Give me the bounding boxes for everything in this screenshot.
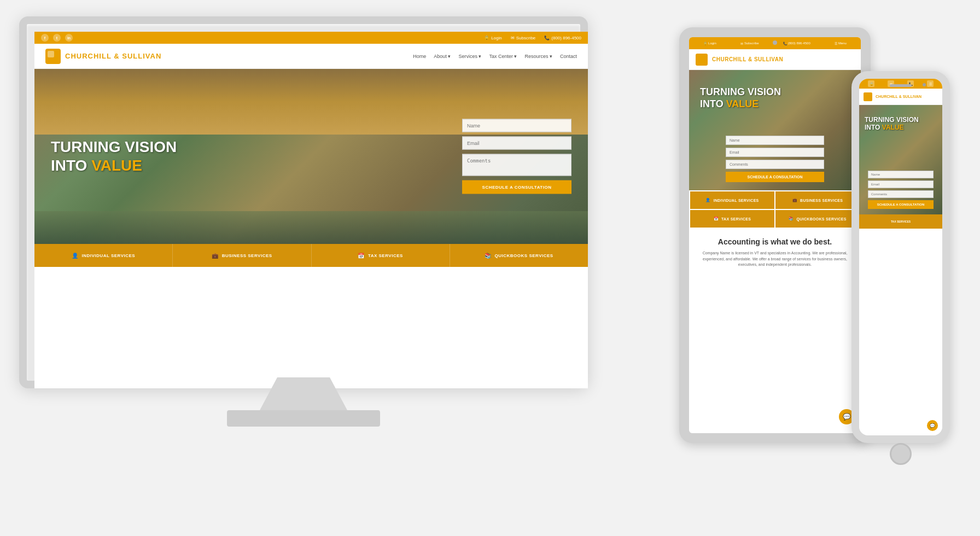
phone-hero-form: SCHEDULE A CONSULTATION	[868, 171, 934, 209]
tablet-service-individual[interactable]: 👤 INDIVIDUAL SERVICES	[690, 191, 774, 209]
phone-hero-tagline: TURNING VISION INTO VALUE	[865, 116, 919, 132]
monitor-base	[227, 410, 380, 427]
phone-name-input[interactable]	[868, 171, 934, 178]
nav-tax-center[interactable]: Tax Center ▾	[489, 54, 517, 59]
name-input[interactable]	[462, 119, 571, 132]
facebook-icon[interactable]: f	[41, 34, 49, 42]
site-topbar: f t in 🔒 Login ✉ Subscribe 📞 (800) 896-4…	[34, 32, 588, 44]
tablet-tax-icon: 📅	[714, 217, 719, 221]
linkedin-icon[interactable]: in	[65, 34, 73, 42]
social-links: f t in	[41, 34, 73, 42]
service-quickbooks[interactable]: 📚 QUICKBOOKS SERVICES	[450, 244, 588, 267]
phone-schedule-button[interactable]: SCHEDULE A CONSULTATION	[868, 200, 934, 209]
phone-menu-icon[interactable]: ☰	[927, 80, 934, 87]
nav-contact[interactable]: Contact	[560, 54, 577, 59]
tablet-service-tax[interactable]: 📅 TAX SERVICES	[690, 210, 774, 228]
service-tax[interactable]: 📅 TAX SERVICES	[312, 244, 450, 267]
tablet-nav: CHURCHILL & SULLIVAN	[689, 49, 861, 70]
tablet: 🔒 Login ✉ Subscribe 📞 (800) 896-4500 ☰ M…	[679, 27, 871, 443]
schedule-button[interactable]: SCHEDULE A CONSULTATION	[462, 180, 571, 194]
monitor-frame: f t in 🔒 Login ✉ Subscribe 📞 (800) 896-4…	[19, 16, 588, 388]
nav-services[interactable]: Services ▾	[458, 54, 481, 59]
business-icon: 💼	[212, 253, 219, 259]
tablet-menu[interactable]: ☰ Menu	[835, 42, 847, 45]
phone-hero: TURNING VISION INTO VALUE SCHEDULE A CON…	[859, 105, 942, 214]
tablet-hero-form: SCHEDULE A CONSULTATION	[726, 136, 824, 182]
tablet-comments-input[interactable]	[726, 160, 824, 169]
tablet-email-input[interactable]	[726, 148, 824, 157]
hero-form: SCHEDULE A CONSULTATION	[462, 119, 571, 194]
quickbooks-icon: 📚	[485, 253, 492, 259]
logo-icon	[45, 49, 61, 64]
phone-logo-icon	[864, 92, 872, 101]
monitor: f t in 🔒 Login ✉ Subscribe 📞 (800) 896-4…	[19, 16, 588, 443]
tablet-about-heading: Accounting is what we do best.	[696, 237, 854, 246]
logo-text: CHURCHILL & SULLIVAN	[65, 52, 161, 60]
site-logo: CHURCHILL & SULLIVAN	[45, 49, 161, 64]
phone-link[interactable]: 📞 (800) 896-4500	[544, 36, 581, 40]
phone-logo-text: CHURCHILL & SULLIVAN	[876, 95, 921, 98]
tablet-about-body: Company Name is licensed in VT and speci…	[696, 250, 854, 268]
email-input[interactable]	[462, 137, 571, 150]
phone-hero-content: TURNING VISION INTO VALUE	[865, 116, 919, 132]
site-menu: Home About ▾ Services ▾ Tax Center ▾ Res…	[413, 54, 577, 59]
individual-icon: 👤	[72, 253, 79, 259]
monitor-screen: f t in 🔒 Login ✉ Subscribe 📞 (800) 896-4…	[34, 32, 588, 388]
tablet-screen: 🔒 Login ✉ Subscribe 📞 (800) 896-4500 ☰ M…	[689, 37, 861, 433]
tablet-service-business[interactable]: 💼 BUSINESS SERVICES	[775, 191, 860, 209]
service-individual[interactable]: 👤 INDIVIDUAL SERVICES	[34, 244, 173, 267]
hero-tagline: TURNING VISION INTO VALUE	[51, 138, 177, 174]
phone-login-icon[interactable]: 🔒	[868, 80, 874, 87]
phone-comments-input[interactable]	[868, 190, 934, 198]
tablet-logo-text: CHURCHILL & SULLIVAN	[712, 56, 783, 62]
tablet-hero: TURNING VISION INTO VALUE SCHEDULE A CON…	[689, 70, 861, 190]
services-bar: 👤 INDIVIDUAL SERVICES 💼 BUSINESS SERVICE…	[34, 244, 588, 267]
tablet-individual-icon: 👤	[705, 198, 710, 202]
tablet-frame: 🔒 Login ✉ Subscribe 📞 (800) 896-4500 ☰ M…	[679, 27, 871, 443]
tablet-camera	[773, 40, 777, 45]
phone-service-label: TAX SERVICES	[891, 220, 911, 223]
nav-home[interactable]: Home	[413, 54, 426, 59]
tablet-subscribe[interactable]: ✉ Subscribe	[740, 42, 759, 45]
tablet-quickbooks-icon: 📚	[789, 217, 794, 221]
site-nav: CHURCHILL & SULLIVAN Home About ▾ Servic…	[34, 44, 588, 69]
twitter-icon[interactable]: t	[53, 34, 61, 42]
phone-camera	[923, 83, 926, 86]
tablet-hero-tagline: TURNING VISION INTO VALUE	[700, 86, 781, 110]
phone-services-bar: TAX SERVICES	[859, 214, 942, 229]
service-business[interactable]: 💼 BUSINESS SERVICES	[173, 244, 311, 267]
tax-icon: 📅	[358, 253, 365, 259]
hero-water	[34, 211, 588, 244]
tablet-services: 👤 INDIVIDUAL SERVICES 💼 BUSINESS SERVICE…	[689, 190, 861, 229]
phone-topbar: 🔒 ✉ 📞 ☰	[859, 79, 942, 89]
tablet-service-quickbooks[interactable]: 📚 QUICKBOOKS SERVICES	[775, 210, 860, 228]
phone-email-input[interactable]	[868, 180, 934, 188]
scene: f t in 🔒 Login ✉ Subscribe 📞 (800) 896-4…	[0, 0, 980, 536]
tablet-business-icon: 💼	[792, 198, 797, 202]
tablet-hero-content: TURNING VISION INTO VALUE	[700, 86, 781, 110]
tablet-schedule-button[interactable]: SCHEDULE A CONSULTATION	[726, 172, 824, 182]
subscribe-link[interactable]: ✉ Subscribe	[511, 36, 536, 40]
nav-resources[interactable]: Resources ▾	[524, 54, 552, 59]
comments-input[interactable]	[462, 154, 571, 176]
tablet-login[interactable]: 🔒 Login	[703, 42, 716, 45]
phone-screen: 🔒 ✉ 📞 ☰ CHURCHILL & SULLIVAN	[859, 79, 942, 435]
phone-speaker	[890, 84, 912, 87]
phone-nav: CHURCHILL & SULLIVAN	[859, 89, 942, 105]
login-link[interactable]: 🔒 Login	[484, 36, 502, 40]
topbar-right: 🔒 Login ✉ Subscribe 📞 (800) 896-4500	[484, 36, 581, 40]
nav-about[interactable]: About ▾	[434, 54, 451, 59]
tablet-about: Accounting is what we do best. Company N…	[689, 229, 861, 277]
tablet-logo-icon	[696, 54, 708, 66]
phone: 🔒 ✉ 📞 ☰ CHURCHILL & SULLIVAN	[851, 71, 950, 476]
phone-frame: 🔒 ✉ 📞 ☰ CHURCHILL & SULLIVAN	[851, 71, 950, 443]
phone-chat-bubble[interactable]: 💬	[927, 420, 938, 431]
hero-content: TURNING VISION INTO VALUE	[51, 138, 177, 174]
phone-home-button[interactable]	[890, 443, 912, 465]
tablet-name-input[interactable]	[726, 136, 824, 145]
tablet-phone[interactable]: 📞 (800) 896-4500	[783, 42, 810, 45]
hero-section: TURNING VISION INTO VALUE SCHEDULE A CON…	[34, 69, 588, 244]
